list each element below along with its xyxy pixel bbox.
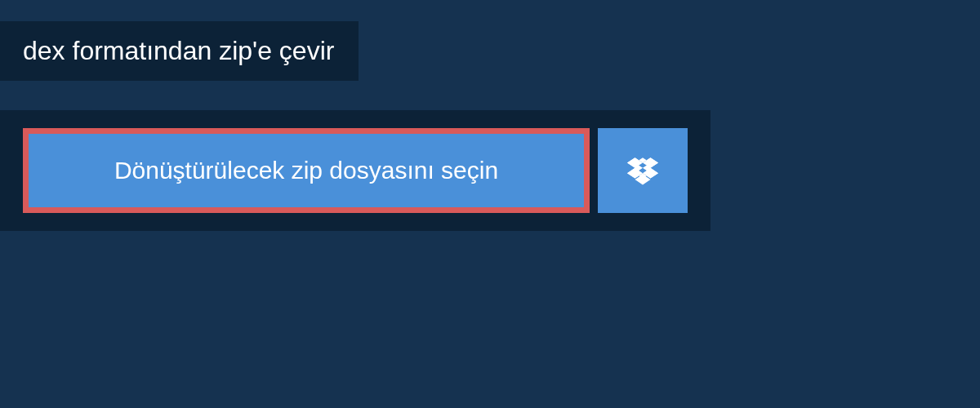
upload-section: Dönüştürülecek zip dosyasını seçin xyxy=(0,110,710,231)
header-tab: dex formatından zip'e çevir xyxy=(0,21,359,81)
select-file-button[interactable]: Dönüştürülecek zip dosyasını seçin xyxy=(23,128,590,213)
dropbox-icon xyxy=(627,155,658,186)
dropbox-button[interactable] xyxy=(598,128,688,213)
page-title: dex formatından zip'e çevir xyxy=(23,36,334,65)
select-file-label: Dönüştürülecek zip dosyasını seçin xyxy=(114,157,498,184)
